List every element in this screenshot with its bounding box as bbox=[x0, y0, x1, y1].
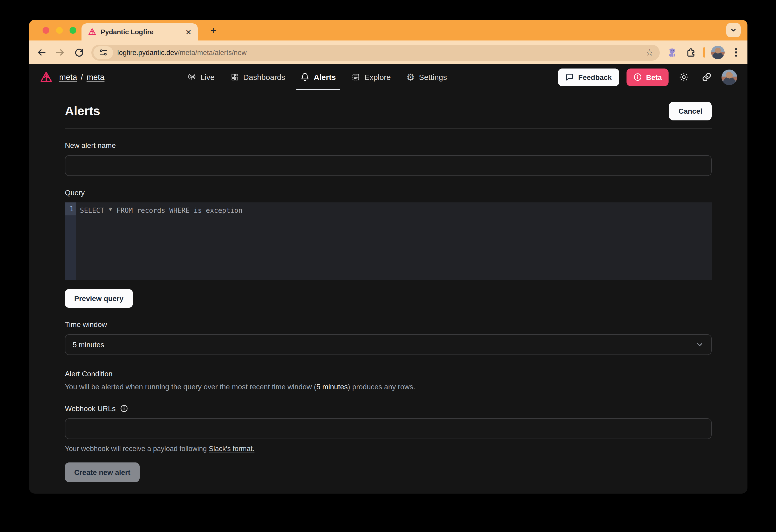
preview-query-button[interactable]: Preview query bbox=[65, 289, 133, 308]
chevron-down-icon bbox=[696, 341, 704, 349]
nav-label: Explore bbox=[364, 73, 391, 81]
webhook-help-before: Your webhook will receive a payload foll… bbox=[65, 445, 209, 453]
bookmark-star-icon[interactable]: ☆ bbox=[646, 47, 657, 58]
nav-label: Live bbox=[200, 73, 215, 81]
app-header: meta / meta Live bbox=[29, 64, 748, 90]
browser-toolbar: logfire.pydantic.dev/meta/meta/alerts/ne… bbox=[29, 40, 748, 64]
breadcrumb-org-link[interactable]: meta bbox=[59, 72, 77, 82]
refresh-icon bbox=[74, 47, 84, 57]
webhook-urls-input[interactable] bbox=[65, 418, 712, 439]
share-link-button[interactable] bbox=[699, 69, 714, 85]
browser-window: Pydantic Logfire ✕ + bbox=[29, 20, 748, 494]
query-label: Query bbox=[65, 188, 712, 197]
feedback-button[interactable]: Feedback bbox=[558, 68, 619, 86]
condition-text-before: You will be alerted when running the que… bbox=[65, 382, 316, 391]
close-window-button[interactable] bbox=[42, 27, 49, 34]
query-editor[interactable]: 1 SELECT * FROM records WHERE is_excepti… bbox=[65, 202, 712, 280]
url-text: logfire.pydantic.dev/meta/meta/alerts/ne… bbox=[117, 48, 641, 56]
time-window-value: 5 minutes bbox=[73, 341, 104, 349]
new-alert-name-label: New alert name bbox=[65, 141, 712, 150]
back-button[interactable] bbox=[35, 46, 48, 59]
speech-bubble-icon bbox=[565, 73, 574, 81]
nav-label: Dashboards bbox=[243, 73, 285, 81]
create-new-alert-button[interactable]: Create new alert bbox=[65, 463, 140, 482]
alerts-page: Alerts Cancel New alert name Query 1 SEL… bbox=[29, 90, 748, 482]
site-controls-icon bbox=[99, 48, 108, 56]
nav-label: Settings bbox=[419, 73, 447, 81]
main-nav: Live Dashboards Alerts bbox=[187, 64, 447, 90]
dashboards-grid-icon bbox=[230, 73, 239, 81]
alert-condition-title: Alert Condition bbox=[65, 370, 712, 378]
time-window-label: Time window bbox=[65, 320, 712, 329]
editor-gutter: 1 bbox=[65, 202, 76, 280]
webhook-urls-label-row: Webhook URLs bbox=[65, 404, 712, 413]
screen: Pydantic Logfire ✕ + bbox=[0, 0, 776, 532]
refresh-button[interactable] bbox=[73, 46, 85, 59]
title-divider bbox=[65, 128, 712, 129]
page-head: Alerts Cancel bbox=[65, 102, 712, 121]
beta-button[interactable]: Beta bbox=[626, 68, 668, 86]
condition-highlight: 5 minutes bbox=[316, 382, 348, 391]
new-alert-name-input[interactable] bbox=[65, 155, 712, 176]
alert-condition-text: You will be alerted when running the que… bbox=[65, 382, 712, 391]
site-settings-button[interactable] bbox=[93, 46, 113, 59]
url-host: logfire.pydantic.dev bbox=[117, 48, 178, 56]
address-bar[interactable]: logfire.pydantic.dev/meta/meta/alerts/ne… bbox=[91, 44, 660, 60]
query-code: SELECT * FROM records WHERE is_exception bbox=[80, 204, 712, 217]
url-path: /meta/meta/alerts/new bbox=[178, 48, 247, 56]
breadcrumb-separator: / bbox=[81, 72, 83, 82]
beta-label: Beta bbox=[646, 73, 662, 81]
nav-item-explore[interactable]: Explore bbox=[351, 64, 391, 90]
chevron-down-icon bbox=[730, 26, 737, 34]
arrow-right-icon bbox=[55, 47, 65, 58]
nav-item-settings[interactable]: ⚙ Settings bbox=[406, 64, 447, 90]
editor-code-area[interactable]: SELECT * FROM records WHERE is_exception bbox=[76, 202, 712, 280]
zoom-window-button[interactable] bbox=[69, 27, 76, 34]
extension-octocat-button[interactable] bbox=[666, 46, 678, 59]
live-broadcast-icon bbox=[187, 73, 196, 81]
condition-text-after: ) produces any rows. bbox=[348, 382, 415, 391]
minimize-window-button[interactable] bbox=[56, 27, 63, 34]
forward-button[interactable] bbox=[54, 46, 66, 59]
settings-gear-icon: ⚙ bbox=[406, 72, 415, 82]
browser-menu-button[interactable] bbox=[731, 48, 741, 57]
feedback-label: Feedback bbox=[578, 73, 612, 81]
page-title: Alerts bbox=[65, 104, 100, 118]
arrow-left-icon bbox=[36, 47, 47, 58]
theme-toggle-button[interactable] bbox=[676, 69, 692, 85]
traffic-lights bbox=[42, 27, 76, 34]
slack-format-link[interactable]: Slack's format. bbox=[209, 445, 254, 453]
browser-profile-avatar[interactable] bbox=[711, 46, 725, 59]
user-avatar[interactable] bbox=[722, 69, 737, 85]
info-icon bbox=[633, 73, 642, 81]
breadcrumb: meta / meta bbox=[59, 72, 105, 82]
nav-item-alerts[interactable]: Alerts bbox=[301, 64, 336, 90]
nav-item-dashboards[interactable]: Dashboards bbox=[230, 64, 285, 90]
tab-close-icon[interactable]: ✕ bbox=[186, 28, 192, 35]
line-number: 1 bbox=[65, 202, 76, 215]
tab-strip: Pydantic Logfire ✕ + bbox=[29, 20, 748, 40]
extensions-button[interactable] bbox=[685, 46, 697, 59]
new-tab-button[interactable]: + bbox=[207, 24, 220, 37]
cancel-button[interactable]: Cancel bbox=[669, 102, 712, 121]
webhook-urls-label: Webhook URLs bbox=[65, 404, 116, 413]
octocat-icon bbox=[666, 47, 678, 58]
link-icon bbox=[702, 72, 711, 82]
puzzle-icon bbox=[686, 47, 696, 58]
toolbar-separator bbox=[703, 47, 705, 58]
info-icon[interactable] bbox=[120, 404, 128, 413]
browser-tab[interactable]: Pydantic Logfire ✕ bbox=[81, 23, 198, 40]
sun-icon bbox=[679, 72, 689, 82]
logfire-favicon-icon bbox=[88, 27, 96, 36]
explore-list-icon bbox=[351, 73, 360, 81]
logfire-logo-icon bbox=[39, 70, 53, 84]
tab-search-button[interactable] bbox=[726, 23, 741, 37]
breadcrumb-project-link[interactable]: meta bbox=[87, 72, 105, 82]
nav-label: Alerts bbox=[314, 73, 336, 81]
webhook-helper-text: Your webhook will receive a payload foll… bbox=[65, 445, 712, 453]
tab-title: Pydantic Logfire bbox=[101, 28, 181, 36]
nav-item-live[interactable]: Live bbox=[187, 64, 215, 90]
header-actions: Feedback Beta bbox=[558, 68, 737, 86]
time-window-select[interactable]: 5 minutes bbox=[65, 334, 712, 355]
alerts-bell-icon bbox=[301, 73, 310, 81]
